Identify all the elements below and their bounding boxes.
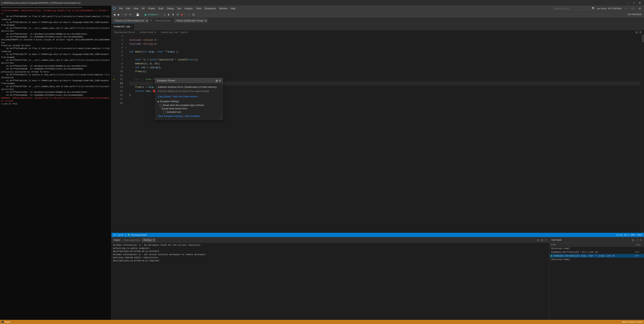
close-button[interactable]: ✕ <box>637 1 642 5</box>
menu-test[interactable]: Test <box>176 7 183 11</box>
code-editor[interactable]: ➡ 123456789101112131415161718 ▾ #include… <box>112 34 644 233</box>
close-vscode-button[interactable]: ✕ <box>637 7 643 11</box>
breakpoints-btn[interactable]: ⊡ <box>192 13 196 17</box>
scrollbar-thumb[interactable] <box>642 35 644 42</box>
expand-callstack-button[interactable]: ⤢ <box>635 238 638 242</box>
maximize-vscode-button[interactable]: □ <box>630 7 635 11</box>
ch-label[interactable]: Ch: 3 <box>624 234 629 236</box>
callstack-row[interactable]: [External Code] <box>550 258 644 261</box>
menu-help[interactable]: Help <box>229 7 237 11</box>
pin-output-button[interactable]: ⊞ <box>541 238 544 242</box>
terminal-line: 0x113db10800f0 is located 0 bytes inside… <box>1 38 110 44</box>
restart-button[interactable]: ↺ <box>176 13 180 17</box>
breadcrumb-scope-select[interactable]: (Global Scope) <box>139 31 157 34</box>
callstack-row[interactable]: [External Code] <box>550 247 644 250</box>
menu-tools[interactable]: Tools <box>194 7 203 11</box>
terminal-line: #1 0x7ff697ab1182 in main C:\MSDN\cpp-do… <box>1 79 110 85</box>
terminal-line: previously allocated by thread T0 here: <box>1 71 110 73</box>
ready-label: Ready <box>4 321 10 323</box>
output-panel: Output Show output from: RichNav ⊟ ⊞ ✕ R… <box>112 237 550 324</box>
exception-pin-button[interactable]: ⊞ <box>216 79 218 82</box>
menu-view[interactable]: View <box>132 7 140 11</box>
crlf-label[interactable]: CRLF <box>637 234 642 236</box>
menu-window[interactable]: Window <box>218 7 229 11</box>
menu-git[interactable]: Git <box>140 7 146 11</box>
zoom-level[interactable]: 111 % <box>118 234 124 236</box>
step-out-button[interactable]: ⬆ <box>171 13 175 17</box>
spc-label[interactable]: SPC <box>631 234 635 236</box>
exception-close-button[interactable]: ✕ <box>219 79 221 82</box>
redo-button[interactable]: ↪ <box>128 13 132 17</box>
fold-arrow-5[interactable]: ▾ <box>126 46 126 49</box>
tab-close-button[interactable]: ✕ <box>131 26 132 28</box>
callstack-panel: Call Stack ⊞ ⤢ ✕ Name Lang <box>550 237 644 324</box>
stop-button[interactable]: ■ <box>180 13 183 17</box>
lifecycle-flag-icon[interactable]: ⚑ <box>150 20 152 22</box>
int-preview-button[interactable]: INT PREVIEW <box>608 7 622 10</box>
open-exception-settings-link[interactable]: Open Exception Settings <box>158 115 183 117</box>
code-line-6 <box>129 54 640 58</box>
breadcrumb-settings-button[interactable]: ⚙ <box>639 30 642 34</box>
terminal-panel[interactable]: ========================================… <box>0 6 112 324</box>
step-into-button[interactable]: ⬇ <box>167 13 170 17</box>
show-next-btn[interactable]: → <box>187 13 191 17</box>
breadcrumb-arrow-2: › <box>158 31 159 33</box>
close-callstack-button[interactable]: ✕ <box>639 238 642 242</box>
minimize-button[interactable]: − <box>626 1 631 5</box>
break-checkbox[interactable]: ✓ <box>160 104 162 106</box>
toolbar-sep-2 <box>134 13 134 17</box>
exception-sep: | <box>172 95 172 98</box>
process-divider-2: | <box>172 20 172 22</box>
back-button[interactable]: ◀ <box>112 13 116 17</box>
breadcrumb-split-button[interactable]: ⊞ <box>635 30 638 34</box>
search-input[interactable] <box>552 7 590 10</box>
tab-filename: example2.cpp <box>114 25 130 28</box>
tab-example2[interactable]: example2.cpp ✕ <box>112 23 135 30</box>
menu-file[interactable]: File <box>118 7 124 11</box>
process-dropdown[interactable]: Process: [11744] example2.exe <box>113 19 149 23</box>
exe-checkbox[interactable] <box>164 111 166 113</box>
undo-button[interactable]: ↩ <box>124 13 128 17</box>
copy-details-link[interactable]: Copy Details <box>158 95 171 98</box>
save-button[interactable]: 💾 <box>135 13 140 17</box>
output-line: DateTime=2021-02-07T00:40:41.5447407Z <box>113 250 548 253</box>
menu-analyze[interactable]: Analyze <box>183 7 194 11</box>
thread-dropdown[interactable]: Thread: [32260] Main Thread <box>174 19 208 23</box>
maximize-button[interactable]: □ <box>632 1 636 5</box>
editor-scrollbar[interactable] <box>641 34 644 233</box>
menu-project[interactable]: Project <box>146 7 156 11</box>
except-from-label: Except when thrown from: <box>162 107 220 110</box>
add-source-control-label[interactable]: Add to Source Control <box>622 321 642 323</box>
pin-callstack-button[interactable]: ⊞ <box>632 238 634 242</box>
clear-output-button[interactable]: ⊟ <box>537 238 540 242</box>
menu-extensions[interactable]: Extensions <box>203 7 217 11</box>
zoom-dropdown-icon[interactable]: ▾ <box>125 234 126 236</box>
live-share-button[interactable]: Live Share <box>596 7 606 10</box>
callstack-lang-col: Lang <box>634 243 644 247</box>
live-share-session-link[interactable]: Start Live Share session... <box>173 95 199 98</box>
process-bar: Process: [11744] example2.exe ⚑ | Lifecy… <box>112 18 644 24</box>
step-over-button[interactable]: ⤵ <box>163 13 166 17</box>
menu-build[interactable]: Build <box>157 7 165 11</box>
breadcrumb-files-select[interactable]: Miscellaneous Files <box>114 31 135 34</box>
edit-conditions-link[interactable]: Edit Conditions <box>185 115 200 117</box>
continue-button[interactable]: ▶ Continue ▾ <box>143 13 160 17</box>
output-source-select[interactable]: RichNav <box>142 238 156 242</box>
terminal-line: #1 0x7ff697ab1216 in main C:\MSDN\cpp-do… <box>1 21 110 27</box>
breadcrumb-func-select[interactable]: main(int argc, char ** argv) <box>160 31 188 34</box>
close-output-button[interactable]: ✕ <box>544 238 548 242</box>
editor-and-panels: ➡ 123456789101112131415161718 ▾ #include… <box>112 34 644 324</box>
menu-edit[interactable]: Edit <box>124 7 132 11</box>
forward-button[interactable]: ▶ <box>117 13 120 17</box>
exception-body: Address Sanitizer Error: Deallocation of… <box>155 83 223 120</box>
callstack-row[interactable]: example2.exe!free(void * ptr) Line 111C+… <box>550 250 644 254</box>
minimize-vscode-button[interactable]: − <box>623 7 628 11</box>
terminal-line: #3 0x7ff9641d7033 (C:\Windows\System32\K… <box>1 91 110 94</box>
ln-label[interactable]: Ln: 13 <box>616 234 622 236</box>
vscode-logo-icon: ⬡ <box>112 7 116 11</box>
search-icon[interactable]: 🔍 <box>592 7 595 10</box>
continue-dropdown-icon[interactable]: ▾ <box>158 14 158 16</box>
menu-debug[interactable]: Debug <box>165 7 175 11</box>
resize-handle[interactable]: ⠿ <box>220 116 222 119</box>
callstack-row[interactable]: ▶ example2.exe!main(int argc, char ** ar… <box>550 254 644 258</box>
